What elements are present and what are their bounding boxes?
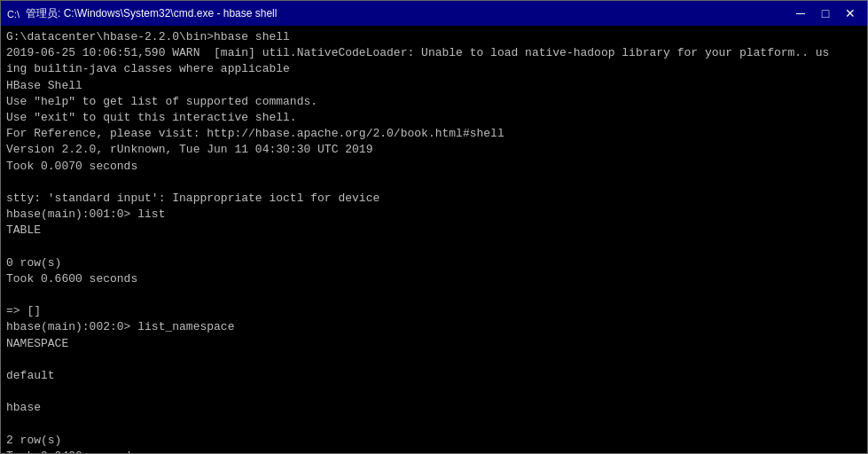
title-bar-title: 管理员: C:\Windows\System32\cmd.exe - hbase… — [26, 6, 277, 21]
title-bar-controls: ─ □ ✕ — [789, 4, 862, 22]
cmd-icon: C:\ — [6, 6, 20, 20]
close-button[interactable]: ✕ — [839, 4, 862, 22]
svg-text:C:\: C:\ — [7, 9, 20, 20]
minimize-button[interactable]: ─ — [789, 4, 812, 22]
title-bar: C:\ 管理员: C:\Windows\System32\cmd.exe - h… — [1, 1, 867, 26]
terminal-body[interactable]: G:\datacenter\hbase-2.2.0\bin>hbase shel… — [1, 26, 867, 453]
title-bar-left: C:\ 管理员: C:\Windows\System32\cmd.exe - h… — [6, 6, 277, 21]
maximize-button[interactable]: □ — [814, 4, 837, 22]
cmd-window: C:\ 管理员: C:\Windows\System32\cmd.exe - h… — [0, 0, 868, 454]
